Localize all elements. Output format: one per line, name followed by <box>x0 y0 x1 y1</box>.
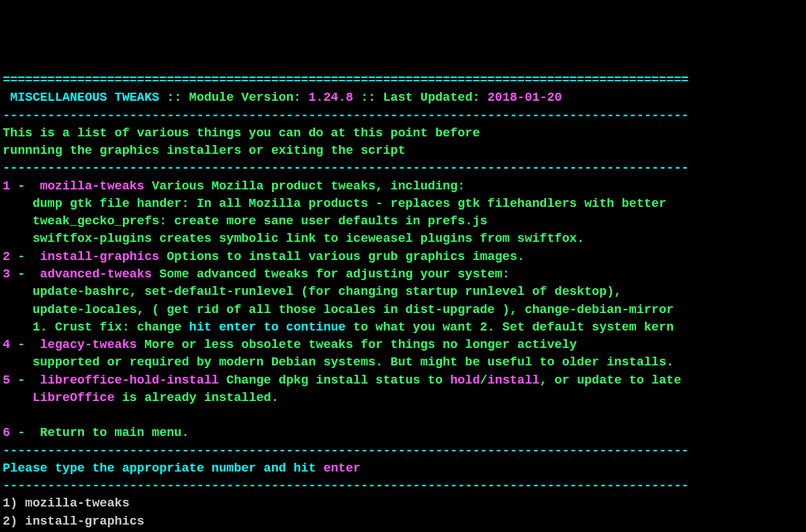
menu-item-3-num[interactable]: 3 <box>3 267 10 281</box>
dash: - <box>10 373 32 388</box>
separator-dash-3: ----------------------------------------… <box>3 444 688 458</box>
header-space <box>3 91 10 105</box>
select-option-2[interactable]: 2) install-graphics <box>3 515 144 529</box>
dash: - <box>10 179 32 193</box>
menu-item-5-pad <box>3 391 32 405</box>
dash: - <box>10 250 32 264</box>
menu-item-3-desc: Some advanced tweaks for adjusting your … <box>159 267 510 281</box>
menu-item-1-line-2: dump gtk file hander: In all Mozilla pro… <box>3 197 666 211</box>
menu-item-3-line-4c: to what you want 2. Set default system k… <box>346 320 674 335</box>
header-module-label: Module Version: <box>189 91 302 105</box>
menu-item-1-line-3: tweak_gecko_prefs: create more sane user… <box>3 214 488 228</box>
menu-item-1-desc: Various Mozilla product tweaks, includin… <box>152 179 465 193</box>
menu-item-5-name[interactable]: libreoffice-hold-install <box>32 373 226 388</box>
menu-item-5-install: install <box>488 373 540 388</box>
menu-item-4-desc: More or less obsolete tweaks for things … <box>144 338 577 352</box>
menu-item-3-highlight: hit enter to continue <box>189 320 346 335</box>
menu-item-2-num[interactable]: 2 <box>3 250 10 264</box>
header-sep2: :: <box>353 91 383 105</box>
separator-top: ========================================… <box>3 73 688 87</box>
menu-item-4-line-2: supported or required by modern Debian s… <box>3 355 674 369</box>
menu-item-5-libre: LibreOffice <box>32 391 114 405</box>
separator-dash-2: ----------------------------------------… <box>3 161 688 175</box>
separator-dash-4: ----------------------------------------… <box>3 479 688 493</box>
select-option-1[interactable]: 1) mozilla-tweaks <box>3 496 130 511</box>
menu-item-2-name[interactable]: install-graphics <box>32 250 167 264</box>
menu-item-6-desc: Return to main menu. <box>32 426 189 440</box>
prompt-text: Please type the appropriate number and h… <box>3 461 323 476</box>
intro-line-2: runnning the graphics installers or exit… <box>3 144 406 158</box>
header-sep1: :: <box>159 91 189 105</box>
menu-item-2-desc: Options to install various grub graphics… <box>167 250 525 264</box>
menu-item-1-name[interactable]: mozilla-tweaks <box>32 179 152 193</box>
menu-item-5-desc-a: Change dpkg install status to <box>226 373 450 388</box>
menu-item-3-line-4a: 1. Crust fix: change <box>3 320 189 335</box>
prompt-enter: enter <box>323 461 361 476</box>
header-updated-date: 2018-01-20 <box>488 91 562 105</box>
menu-item-6-num[interactable]: 6 <box>3 426 10 440</box>
header-title: MISCELLANEOUS TWEAKS <box>10 91 159 105</box>
blank-line <box>3 408 10 423</box>
dash: - <box>10 338 32 352</box>
menu-item-4-name[interactable]: legacy-tweaks <box>32 338 144 352</box>
menu-item-5-num[interactable]: 5 <box>3 373 10 388</box>
menu-item-3-line-2: update-bashrc, set-default-runlevel (for… <box>3 285 621 299</box>
menu-item-1-line-4: swiftfox-plugins creates symbolic link t… <box>3 232 584 246</box>
header-version: 1.24.8 <box>308 91 353 105</box>
menu-item-5-desc-e: , or update to late <box>539 373 681 388</box>
dash: - <box>10 267 32 281</box>
menu-item-3-name[interactable]: advanced-tweaks <box>32 267 159 281</box>
menu-item-3-line-3: update-locales, ( get rid of all those l… <box>3 303 674 317</box>
dash: - <box>10 426 32 440</box>
menu-item-1-num[interactable]: 1 <box>3 179 10 193</box>
menu-item-5-slash: / <box>480 373 488 388</box>
menu-item-4-num[interactable]: 4 <box>3 338 10 352</box>
menu-item-5-line-2c: is already installed. <box>115 391 279 405</box>
separator-dash-1: ----------------------------------------… <box>3 109 688 123</box>
menu-item-5-hold: hold <box>450 373 480 388</box>
header-updated-label: Last Updated: <box>383 91 480 105</box>
intro-line-1: This is a list of various things you can… <box>3 126 480 140</box>
